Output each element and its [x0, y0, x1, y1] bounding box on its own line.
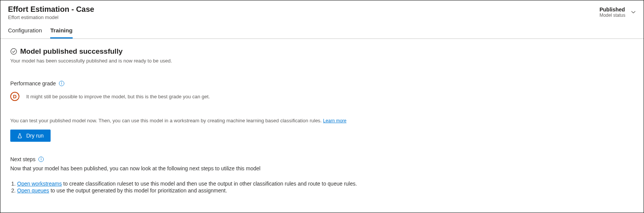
success-subtitle: Your model has been successfully publish… — [10, 58, 634, 64]
checkmark-circle-icon — [10, 48, 17, 55]
tab-configuration[interactable]: Configuration — [8, 27, 42, 38]
next-steps-desc: Now that your model has been published, … — [10, 165, 634, 171]
chevron-down-icon[interactable] — [631, 10, 636, 15]
list-item: Open workstreams to create classificatio… — [17, 181, 634, 187]
next-steps-list: Open workstreams to create classificatio… — [10, 181, 634, 194]
tab-training[interactable]: Training — [50, 27, 72, 38]
page-subtitle: Effort estimation model — [8, 14, 94, 20]
grade-row: D It might still be possible to improve … — [10, 92, 634, 101]
status-label: Model status — [599, 13, 625, 18]
list-item: Open queues to use the output generated … — [17, 187, 634, 194]
dry-run-label: Dry run — [26, 133, 44, 139]
header-right: Published Model status — [599, 5, 636, 18]
test-text: You can test your published model now. T… — [10, 118, 323, 123]
list-item-text: to use the output generated by this mode… — [49, 187, 227, 194]
status-block: Published Model status — [599, 6, 625, 18]
next-steps-header: Next steps i — [10, 156, 634, 162]
content-area: Model published successfully Your model … — [0, 39, 644, 203]
tabs: Configuration Training — [0, 20, 644, 39]
performance-header: Performance grade i — [10, 80, 634, 86]
dry-run-button[interactable]: Dry run — [10, 130, 51, 142]
success-title: Model published successfully — [20, 47, 122, 56]
status-value: Published — [599, 6, 625, 13]
learn-more-link[interactable]: Learn more — [323, 118, 346, 123]
test-line: You can test your published model now. T… — [10, 118, 634, 123]
success-row: Model published successfully — [10, 47, 634, 56]
info-icon[interactable]: i — [38, 157, 44, 162]
grade-badge: D — [10, 92, 19, 101]
page-header: Effort Estimation - Case Effort estimati… — [0, 0, 644, 20]
performance-label: Performance grade — [10, 80, 56, 86]
open-workstreams-link[interactable]: Open workstreams — [17, 181, 62, 187]
header-left: Effort Estimation - Case Effort estimati… — [8, 5, 94, 20]
list-item-text: to create classification ruleset to use … — [62, 181, 357, 187]
open-queues-link[interactable]: Open queues — [17, 187, 49, 194]
svg-point-0 — [11, 48, 16, 54]
next-steps-label: Next steps — [10, 156, 35, 162]
grade-text: It might still be possible to improve th… — [26, 94, 210, 99]
flask-icon — [17, 133, 22, 138]
info-icon[interactable]: i — [59, 81, 64, 86]
page-title: Effort Estimation - Case — [8, 5, 94, 14]
